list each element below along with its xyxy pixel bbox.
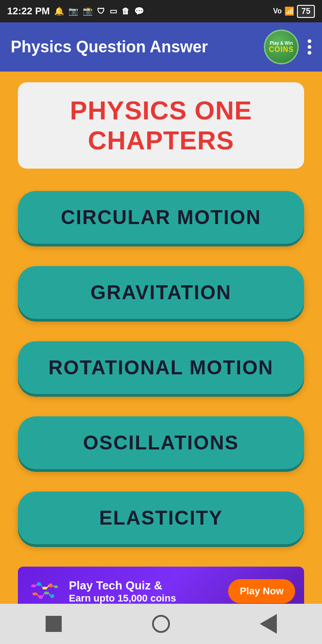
chapter-button-elasticity[interactable]: ELASTICITY bbox=[18, 491, 304, 544]
chapter-button-gravitation[interactable]: GRAVITATION bbox=[18, 266, 304, 319]
signal-icon: 📶 bbox=[284, 6, 294, 16]
svg-line-7 bbox=[47, 585, 49, 588]
main-content: PHYSICS ONE CHAPTERS CIRCULAR MOTION GRA… bbox=[0, 72, 322, 631]
more-options-button[interactable] bbox=[308, 39, 311, 55]
page-title: PHYSICS ONE CHAPTERS bbox=[27, 96, 295, 155]
svg-line-15 bbox=[49, 593, 51, 596]
app-bar-right: Play & Win COINS bbox=[264, 30, 311, 64]
battery-indicator: 75 bbox=[297, 5, 315, 18]
vpn-icon: 🛡 bbox=[97, 7, 105, 16]
chapter-button-rotational-motion[interactable]: ROTATIONAL MOTION bbox=[18, 341, 304, 394]
nav-home-button[interactable] bbox=[148, 610, 174, 637]
volte-icon: Vo bbox=[273, 7, 282, 15]
svg-rect-1 bbox=[37, 582, 41, 586]
svg-line-14 bbox=[42, 593, 44, 597]
svg-line-6 bbox=[41, 584, 42, 588]
chapter-label-elasticity: ELASTICITY bbox=[99, 507, 223, 529]
coins-play-win: Play & Win bbox=[270, 41, 293, 46]
ad-text-block: Play Tech Quiz & Earn upto 15,000 coins bbox=[69, 579, 176, 604]
whatsapp-icon: 💬 bbox=[134, 6, 144, 16]
nav-recents-button[interactable] bbox=[255, 610, 282, 637]
svg-rect-12 bbox=[51, 594, 54, 598]
app-title: Physics Question Answer bbox=[11, 38, 208, 56]
dot1 bbox=[308, 39, 311, 43]
dot2 bbox=[308, 45, 311, 49]
svg-rect-11 bbox=[44, 592, 49, 594]
status-time: 12:22 PM bbox=[7, 5, 50, 17]
coins-badge[interactable]: Play & Win COINS bbox=[264, 30, 299, 64]
chapter-label-rotational-motion: ROTATIONAL MOTION bbox=[48, 356, 273, 378]
svg-line-5 bbox=[36, 584, 37, 586]
nav-circle-icon bbox=[152, 615, 170, 633]
status-right: Vo 📶 75 bbox=[273, 5, 315, 18]
coins-label: COINS bbox=[269, 46, 294, 54]
notification-icon: 🔔 bbox=[54, 6, 64, 16]
nav-back-button[interactable] bbox=[40, 610, 67, 637]
page-title-line2: CHAPTERS bbox=[88, 126, 234, 155]
nav-square-icon bbox=[46, 616, 62, 632]
status-bar: 12:22 PM 🔔 📷 📸 🛡 ▭ 🗑 💬 Vo 📶 75 bbox=[0, 0, 322, 22]
chapter-label-gravitation: GRAVITATION bbox=[90, 281, 231, 303]
ad-subtitle: Earn upto 15,000 coins bbox=[69, 593, 176, 604]
svg-rect-10 bbox=[39, 595, 42, 599]
svg-rect-3 bbox=[49, 584, 52, 587]
svg-line-8 bbox=[52, 585, 54, 587]
instagram-icon: 📷 bbox=[68, 6, 78, 16]
ad-play-button[interactable]: Play Now bbox=[228, 579, 295, 603]
status-left: 12:22 PM 🔔 📷 📸 🛡 ▭ 🗑 💬 bbox=[7, 5, 144, 17]
chapter-label-circular-motion: CIRCULAR MOTION bbox=[61, 206, 261, 228]
screen-icon: ▭ bbox=[110, 6, 117, 16]
chapter-label-oscillations: OSCILLATIONS bbox=[83, 432, 239, 453]
dot3 bbox=[308, 51, 311, 55]
chapter-button-circular-motion[interactable]: CIRCULAR MOTION bbox=[18, 191, 304, 244]
ad-title: Play Tech Quiz & bbox=[69, 579, 176, 593]
svg-rect-4 bbox=[54, 585, 58, 588]
camera-icon: 📸 bbox=[83, 6, 93, 16]
svg-line-13 bbox=[37, 594, 39, 597]
trash-icon: 🗑 bbox=[122, 7, 130, 16]
nav-triangle-icon bbox=[260, 614, 277, 634]
app-bar: Physics Question Answer Play & Win COINS bbox=[0, 22, 322, 72]
page-title-line1: PHYSICS ONE bbox=[70, 96, 252, 125]
nav-bar bbox=[0, 604, 322, 644]
svg-rect-9 bbox=[33, 593, 37, 595]
svg-rect-2 bbox=[42, 587, 47, 589]
chapter-button-oscillations[interactable]: OSCILLATIONS bbox=[18, 416, 304, 469]
page-title-card: PHYSICS ONE CHAPTERS bbox=[18, 82, 304, 169]
svg-rect-0 bbox=[31, 585, 36, 587]
